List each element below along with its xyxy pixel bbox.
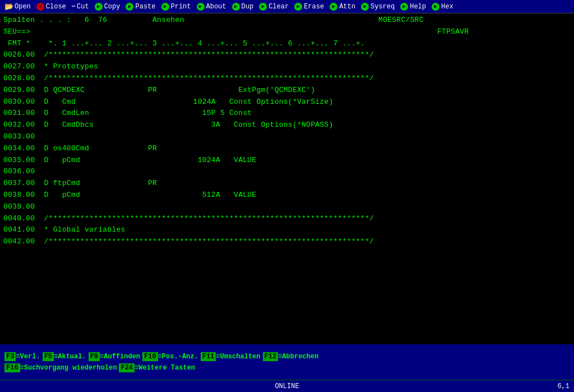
fkey-item[interactable]: F11=Umschalten	[201, 352, 261, 361]
code-lines-container: 0026.00 /*******************************…	[3, 49, 571, 248]
fkey-label: =Weitere Tasten	[135, 364, 195, 372]
fkey-key[interactable]: F24	[119, 363, 135, 372]
fkey-key[interactable]: F10	[142, 352, 158, 361]
hex-button[interactable]: ▶ Hex	[429, 3, 456, 11]
table-row: 0028.00 /*******************************…	[3, 73, 571, 85]
dup-button[interactable]: ▶ Dup	[230, 3, 256, 11]
seu-line: SEU==> FTPSAVR	[3, 26, 571, 38]
about-icon: ▶	[197, 3, 205, 11]
paste-icon: ▶	[126, 3, 133, 11]
attn-icon: ▶	[330, 3, 337, 11]
sysreq-icon: ▶	[361, 3, 369, 11]
content-area: Spalten . . . : 6 76 Ansehen MOESRC/SRC …	[0, 13, 574, 344]
fkey-label: =Pos.-Anz.	[158, 353, 198, 361]
erase-button[interactable]: ▶ Erase	[292, 3, 326, 11]
table-row: 0038.00 D pCmd 512A VALUE	[3, 190, 571, 201]
cursor-position: 6,1	[557, 382, 570, 390]
help-icon: ▶	[400, 3, 408, 11]
fkey-key[interactable]: F11	[201, 352, 216, 361]
fkey-item[interactable]: F9=Auffinden	[89, 352, 140, 361]
paste-button[interactable]: ▶ Paste	[123, 3, 158, 11]
table-row: 0040.00 /*******************************…	[3, 213, 571, 225]
fkey-key[interactable]: F5	[43, 352, 54, 361]
table-row: 0041.00 * Global variables	[3, 224, 571, 236]
toolbar: 📂 Open ✕ Close ✂ Cut ▶ Copy ▶ Paste ▶ Pr…	[0, 0, 574, 13]
print-button[interactable]: ▶ Print	[159, 3, 193, 11]
fkey-label: =Auffinden	[100, 353, 140, 361]
table-row: 0030.00 D Cmd 1024A Const Options(*VarSi…	[3, 96, 571, 108]
dup-icon: ▶	[232, 3, 240, 11]
table-row: 0039.00	[3, 201, 571, 213]
fkey-label: =Aktual.	[54, 353, 86, 361]
fkey-item[interactable]: F3=Verl.	[4, 352, 40, 361]
fkey-label: =Verl.	[16, 353, 40, 361]
table-row: 0031.00 D CmdLen 15P 5 Const	[3, 108, 571, 119]
fkey-item[interactable]: F16=Suchvorgang wiederholen	[4, 363, 117, 372]
erase-icon: ▶	[294, 3, 302, 11]
table-row: 0029.00 D QCMDEXC PR ExtPgm('QCMDEXC')	[3, 85, 571, 96]
about-button[interactable]: ▶ About	[195, 3, 229, 11]
table-row: 0034.00 D os400Cmd PR	[3, 143, 571, 155]
table-row: 0026.00 /*******************************…	[3, 49, 571, 61]
spalten-line: Spalten . . . : 6 76 Ansehen MOESRC/SRC	[3, 15, 571, 26]
open-button[interactable]: 📂 Open	[2, 2, 33, 11]
fkey-key[interactable]: F3	[4, 352, 16, 361]
fmt-line: FMT * *. 1 ...+... 2 ...+... 3 ...+... 4…	[3, 38, 571, 50]
fkey-item[interactable]: F12=Abbrechen	[263, 352, 319, 361]
fkey-item[interactable]: F5=Aktual.	[43, 352, 86, 361]
sysreq-button[interactable]: ▶ Sysreq	[359, 3, 397, 11]
fkey-row-2: F16=Suchvorgang wiederholenF24=Weitere T…	[4, 363, 570, 372]
cut-button[interactable]: ✂ Cut	[70, 2, 91, 11]
fkey-label: =Suchvorgang wiederholen	[20, 364, 117, 372]
fkey-key[interactable]: F9	[89, 352, 100, 361]
hex-icon: ▶	[432, 3, 439, 11]
status-footer: ONLINE 6,1	[0, 380, 574, 392]
print-icon: ▶	[161, 3, 169, 11]
attn-button[interactable]: ▶ Attn	[327, 3, 358, 11]
table-row: 0036.00	[3, 166, 571, 178]
fkey-item[interactable]: F24=Weitere Tasten	[119, 363, 195, 372]
clear-icon: ▶	[259, 3, 267, 11]
online-status: ONLINE	[275, 382, 299, 390]
table-row: 0035.00 D pCmd 1024A VALUE	[3, 155, 571, 167]
table-row: 0033.00	[3, 131, 571, 143]
table-row: 0037.00 D ftpCmd PR	[3, 178, 571, 190]
help-button[interactable]: ▶ Help	[398, 3, 428, 11]
table-row: 0027.00 * Prototypes	[3, 61, 571, 73]
clear-button[interactable]: ▶ Clear	[257, 3, 291, 11]
fkey-key[interactable]: F12	[263, 352, 279, 361]
fkey-label: =Abbrechen	[278, 353, 318, 361]
copy-icon: ▶	[95, 3, 103, 11]
fkey-row-1: F3=Verl.F5=Aktual.F9=AuffindenF10=Pos.-A…	[4, 352, 570, 361]
fkey-item[interactable]: F10=Pos.-Anz.	[142, 352, 198, 361]
table-row: 0032.00 D CmdDbcs 3A Const Options(*NOPA…	[3, 119, 571, 131]
fkey-key[interactable]: F16	[4, 363, 20, 372]
close-icon: ✕	[36, 3, 44, 11]
fkey-label: =Umschalten	[216, 353, 260, 361]
fkeys-area: F3=Verl.F5=Aktual.F9=AuffindenF10=Pos.-A…	[0, 344, 574, 380]
table-row: 0042.00 /*******************************…	[3, 236, 571, 248]
close-button[interactable]: ✕ Close	[34, 3, 68, 11]
copy-button[interactable]: ▶ Copy	[92, 3, 123, 11]
